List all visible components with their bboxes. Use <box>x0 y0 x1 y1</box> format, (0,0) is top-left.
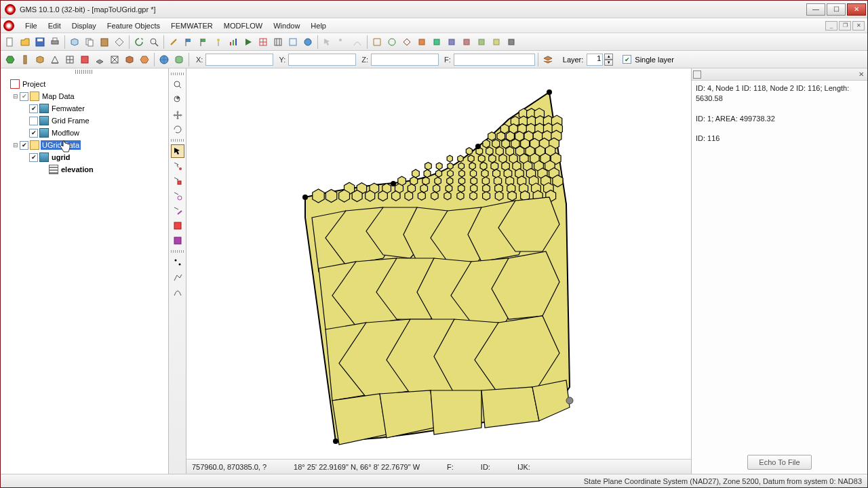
mesh-tool-4-icon[interactable] <box>415 35 429 49</box>
tool-pan-icon[interactable] <box>171 108 184 121</box>
diamond-icon[interactable] <box>113 35 126 49</box>
grid1-icon[interactable] <box>256 35 270 49</box>
layer-view-icon[interactable] <box>541 53 555 66</box>
module-bore-icon[interactable] <box>18 53 32 66</box>
mesh-tool-10-icon[interactable] <box>505 35 518 49</box>
single-layer-checkbox[interactable]: ✔ <box>623 55 631 64</box>
menu-feature-objects[interactable]: Feature Objects <box>102 20 165 32</box>
tool-create-arc-icon[interactable] <box>171 270 184 284</box>
module-ugrid-icon[interactable] <box>138 53 151 66</box>
mesh-tool-7-icon[interactable] <box>460 35 473 49</box>
flag-green-icon[interactable] <box>197 35 210 49</box>
y-input[interactable] <box>288 54 356 66</box>
viewport[interactable]: // Generate dense small hexagonal cells … <box>186 68 691 474</box>
menu-file[interactable]: File <box>20 20 43 32</box>
copy-icon[interactable] <box>83 35 96 49</box>
tool-select-point-icon[interactable] <box>171 159 184 173</box>
echo-to-file-button[interactable]: Echo To File <box>747 455 811 470</box>
module-tin-icon[interactable] <box>48 53 62 66</box>
grid3-icon[interactable] <box>286 35 300 49</box>
menu-window[interactable]: Window <box>268 20 305 32</box>
info-line-2: ID: 1; AREA: 499738.32 <box>696 114 863 124</box>
select-arc-icon[interactable] <box>351 35 364 49</box>
mesh-tool-6-icon[interactable] <box>445 35 458 49</box>
mesh-tool-5-icon[interactable] <box>430 35 443 49</box>
mesh-tool-9-icon[interactable] <box>490 35 503 49</box>
project-tree[interactable]: Project ⊟✔Map Data ✔Femwater Grid Frame … <box>1 75 168 178</box>
module-mesh-icon[interactable] <box>63 53 77 66</box>
layer-spinner[interactable]: ▲▼ <box>604 54 613 66</box>
print-icon[interactable] <box>48 35 62 49</box>
module-grid-red-icon[interactable] <box>78 53 92 66</box>
module-solid-icon[interactable] <box>93 53 106 66</box>
close-button[interactable]: ✕ <box>847 3 866 16</box>
maximize-button[interactable]: ☐ <box>827 3 846 16</box>
tree-gridframe[interactable]: Grid Frame <box>2 115 167 127</box>
flag-blue-icon[interactable] <box>182 35 195 49</box>
svg-point-59 <box>475 144 481 149</box>
module-hex-icon[interactable] <box>3 53 17 66</box>
tree-project[interactable]: Project <box>2 78 167 90</box>
select-arrow-icon[interactable] <box>321 35 334 49</box>
tool-rotate-icon[interactable] <box>171 123 184 136</box>
z-input[interactable] <box>371 54 439 66</box>
menu-help[interactable]: Help <box>305 20 332 32</box>
pin-icon[interactable] <box>693 70 701 79</box>
globe-big-icon[interactable] <box>157 53 171 66</box>
mdi-restore-button[interactable]: ❐ <box>839 21 851 30</box>
chart-icon[interactable] <box>226 35 240 49</box>
f-input[interactable] <box>454 54 535 66</box>
menu-edit[interactable]: Edit <box>43 20 66 32</box>
menu-display[interactable]: Display <box>66 20 102 32</box>
svg-rect-34 <box>479 39 484 45</box>
x-input[interactable] <box>205 54 273 66</box>
tool-select-face-icon[interactable] <box>171 189 184 203</box>
tree-ugrid[interactable]: ✔ugrid <box>2 151 167 163</box>
globe-icon[interactable] <box>301 35 315 49</box>
module-cube-icon[interactable] <box>33 53 47 66</box>
status-f: F: <box>447 463 454 471</box>
mesh-tool-1-icon[interactable] <box>370 35 384 49</box>
info-close-button[interactable]: ✕ <box>856 70 866 79</box>
tool-select-icon[interactable] <box>171 144 184 158</box>
run-icon[interactable] <box>241 35 255 49</box>
tool-select-cell-icon[interactable] <box>171 174 184 188</box>
module-map-icon[interactable] <box>123 53 136 66</box>
tool-create-point-icon[interactable] <box>171 256 184 269</box>
cylinder-icon[interactable] <box>172 53 186 66</box>
mesh-tool-3-icon[interactable] <box>400 35 414 49</box>
tree-femwater[interactable]: ✔Femwater <box>2 102 167 115</box>
paste-icon[interactable] <box>98 35 111 49</box>
layer-input[interactable]: 1 <box>587 54 603 66</box>
pin-icon[interactable] <box>212 35 225 49</box>
zoom-icon[interactable] <box>147 35 161 49</box>
grid2-icon[interactable] <box>271 35 285 49</box>
menu-modflow[interactable]: MODFLOW <box>218 20 268 32</box>
menu-femwater[interactable]: FEMWATER <box>165 20 218 32</box>
open-icon[interactable] <box>18 35 32 49</box>
select-node-icon[interactable] <box>336 35 349 49</box>
tool-zoom-in-icon[interactable]: + <box>171 93 184 106</box>
save-icon[interactable] <box>33 35 47 49</box>
cube-icon[interactable] <box>68 35 81 49</box>
wand-icon[interactable] <box>167 35 180 49</box>
tree-mapdata[interactable]: ⊟✔Map Data <box>2 90 167 102</box>
tool-select-edge-icon[interactable] <box>171 204 184 218</box>
module-scatter-icon[interactable] <box>108 53 121 66</box>
mdi-close-button[interactable]: ✕ <box>852 21 865 30</box>
tree-elevation[interactable]: elevation <box>2 163 167 176</box>
tool-frame-icon[interactable] <box>171 219 184 232</box>
mesh-tool-2-icon[interactable] <box>385 35 399 49</box>
toolbar-main <box>1 33 867 51</box>
svg-text:+: + <box>176 95 180 102</box>
tree-modflow[interactable]: ✔Modflow <box>2 127 167 139</box>
mdi-minimize-button[interactable]: _ <box>825 21 837 30</box>
tool-frame2-icon[interactable] <box>171 234 184 247</box>
mesh-tool-8-icon[interactable] <box>475 35 488 49</box>
new-icon[interactable] <box>3 35 17 49</box>
tool-create-curve-icon[interactable] <box>171 285 184 299</box>
tool-zoom-fit-icon[interactable] <box>171 78 184 92</box>
minimize-button[interactable]: — <box>806 3 825 16</box>
tree-ugriddata[interactable]: ⊟✔UGrid Data <box>2 139 167 151</box>
refresh-icon[interactable] <box>132 35 146 49</box>
